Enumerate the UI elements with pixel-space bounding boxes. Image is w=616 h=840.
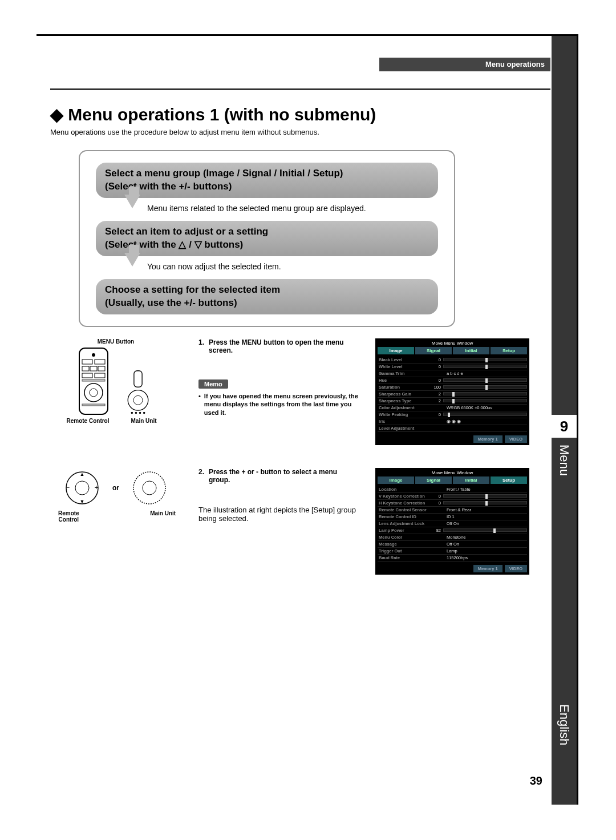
step2-num: 2. — [198, 468, 204, 484]
svg-rect-5 — [90, 366, 97, 371]
intro-text: Menu operations use the procedure below … — [50, 128, 542, 136]
step2-desc: You can now adjust the selected item. — [147, 262, 281, 271]
flow-box: Select a menu group (Image / Signal / In… — [79, 150, 455, 327]
svg-rect-7 — [82, 373, 92, 378]
devices-col: MENU Button — [50, 338, 181, 445]
menu-screenshot-1: Move Menu WindowImageSignalInitialSetupB… — [375, 338, 529, 445]
content-area: ◆ Menu operations 1 (with no submenu) Me… — [50, 104, 542, 575]
step2-desc-row: You can now adjust the selected item. — [96, 256, 438, 279]
step2-body: The illustration at right depicts the [S… — [198, 506, 358, 523]
svg-point-15 — [133, 395, 143, 405]
step2-text: Press the + or - button to select a menu… — [209, 468, 358, 484]
svg-point-27 — [143, 481, 156, 495]
step2-line1: Select an item to adjust or a setting — [105, 225, 429, 239]
step1-line1: Select a menu group (Image / Signal / In… — [105, 167, 429, 180]
svg-point-14 — [128, 390, 148, 410]
remote-caption: Remote Control — [65, 418, 111, 424]
breadcrumb-bar: Menu operations — [379, 58, 550, 71]
unit-dpad-icon — [129, 468, 169, 508]
menu-screenshot-2: Move Menu WindowImageSignalInitialSetupL… — [375, 468, 529, 575]
remote-dpad-icon: ▲ ▼ − + — [62, 468, 102, 508]
svg-rect-4 — [82, 366, 89, 371]
instruction-col-2: 2. Press the + or - button to select a m… — [198, 468, 358, 575]
remote-caption-2: Remote Control — [50, 510, 87, 523]
or-label: or — [112, 484, 119, 492]
page-number: 39 — [530, 774, 542, 788]
svg-point-1 — [92, 353, 95, 357]
svg-point-18 — [139, 411, 141, 414]
unit-caption: Main Unit — [121, 418, 167, 424]
svg-text:▼: ▼ — [80, 499, 85, 504]
memo-text: •If you have opened the menu screen prev… — [198, 392, 358, 418]
step2-bar: Select an item to adjust or a setting (S… — [96, 221, 438, 256]
step3-line1: Choose a setting for the selected item — [105, 284, 429, 297]
unit-caption-2: Main Unit — [144, 510, 181, 523]
step1-desc: Menu items related to the selected menu … — [147, 204, 366, 213]
svg-text:−: − — [66, 484, 70, 491]
language-label: English — [552, 696, 577, 753]
svg-point-16 — [131, 411, 133, 414]
svg-rect-8 — [95, 373, 105, 378]
chapter-label: Menu — [552, 438, 577, 483]
title-text: Menu operations 1 (with no submenu) — [68, 105, 376, 124]
page-title: ◆ Menu operations 1 (with no submenu) — [50, 104, 542, 124]
chapter-number-badge: 9 — [552, 415, 577, 438]
step3-bar: Choose a setting for the selected item (… — [96, 279, 438, 314]
step3-line2: (Usually, use the +/- buttons) — [105, 297, 429, 310]
step1-num: 1. — [198, 338, 204, 354]
svg-rect-9 — [82, 379, 105, 381]
header-divider — [50, 88, 550, 90]
remote-control-icon — [76, 347, 111, 415]
main-unit-icon — [121, 370, 155, 415]
step1-desc-row: Menu items related to the selected menu … — [96, 198, 438, 221]
menu-button-label: MENU Button — [50, 338, 181, 345]
svg-rect-2 — [82, 360, 92, 364]
svg-rect-6 — [98, 366, 105, 371]
svg-point-10 — [84, 383, 103, 402]
svg-point-17 — [135, 411, 137, 414]
step1-line2: (Select with the +/- buttons) — [105, 180, 429, 193]
svg-rect-13 — [134, 370, 142, 386]
svg-point-21 — [75, 481, 89, 495]
svg-text:+: + — [95, 484, 98, 491]
instruction-col-1: 1. Press the MENU button to open the men… — [198, 338, 358, 445]
procedure-row-2: ▲ ▼ − + or Remote Control Main Unit — [50, 468, 542, 575]
memo-body: If you have opened the menu screen previ… — [204, 392, 358, 418]
svg-rect-12 — [82, 404, 105, 406]
step1-bar: Select a menu group (Image / Signal / In… — [96, 163, 438, 198]
svg-rect-3 — [95, 360, 105, 364]
page-frame: 9 Menu English Menu operations ◆ Menu op… — [37, 34, 578, 805]
svg-text:▲: ▲ — [80, 471, 85, 477]
step1-text: Press the MENU button to open the menu s… — [209, 338, 358, 354]
side-gutter: 9 Menu English — [552, 36, 577, 805]
svg-point-26 — [133, 472, 165, 504]
memo-badge: Memo — [198, 379, 228, 389]
procedure-row-1: MENU Button — [50, 338, 542, 445]
devices-col-2: ▲ ▼ − + or Remote Control Main Unit — [50, 468, 181, 575]
svg-point-11 — [90, 389, 98, 397]
svg-point-19 — [143, 411, 145, 414]
step2-line2: (Select with the △ / ▽ buttons) — [105, 239, 429, 252]
